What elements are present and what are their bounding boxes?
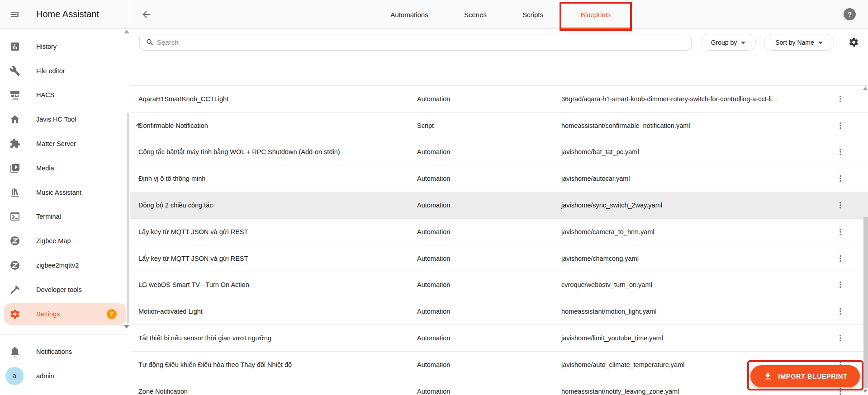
tab-label: Scripts (522, 11, 543, 19)
sidebar-item-admin[interactable]: a admin (0, 364, 130, 388)
row-menu-icon[interactable] (835, 94, 845, 104)
table-row[interactable]: Lấy key từ MQTT JSON và gửi RESTAutomati… (130, 219, 868, 245)
row-type: Automation (417, 228, 450, 235)
table-scrollbar-thumb[interactable] (863, 217, 868, 388)
hammer-icon (9, 284, 20, 295)
group-by-button[interactable]: Group by (701, 34, 756, 51)
table-row[interactable]: Lấy key từ MQTT JSON và gửi RESTAutomati… (130, 245, 868, 272)
import-blueprint-label: IMPORT BLUEPRINT (778, 373, 848, 380)
sidebar-item-matter-server[interactable]: Matter Server (0, 132, 130, 156)
gear-icon (849, 37, 859, 47)
sidebar-item-file-editor[interactable]: File editor (0, 59, 130, 83)
row-menu-icon[interactable] (835, 147, 845, 157)
search-box[interactable] (139, 34, 692, 51)
active-tab-indicator (560, 28, 632, 29)
sidebar-scrollbar-thumb[interactable] (127, 113, 129, 324)
home-icon (9, 114, 20, 125)
row-menu-icon[interactable] (835, 254, 845, 263)
sidebar-item-media[interactable]: Media (0, 156, 130, 180)
table-row[interactable]: LG webOS Smart TV - Turn On ActionAutoma… (130, 272, 868, 299)
sidebar-item-label: Terminal (36, 213, 61, 220)
search-input[interactable] (157, 38, 687, 46)
row-menu-icon[interactable] (835, 227, 845, 237)
sidebar-header: Home Assistant (0, 0, 130, 29)
row-menu-icon[interactable] (835, 121, 845, 131)
table-row[interactable]: Định vị ô tô thông minhAutomationjavisho… (130, 165, 868, 192)
tab-label: Blueprints (581, 11, 611, 19)
terminal-icon (9, 211, 20, 222)
sidebar-item-label: History (36, 43, 57, 50)
row-file-name: javishome/camera_to_hrm.yaml (561, 228, 655, 235)
table-row[interactable]: AqaraH1SmartKnob_CCTLightAutomation36gra… (130, 86, 868, 113)
row-file-name: 36grad/aqara-h1-smart-knob-dimmer-rotary… (561, 95, 778, 103)
row-menu-icon[interactable] (835, 306, 845, 316)
avatar: a (5, 367, 24, 385)
sidebar-item-developer-tools[interactable]: Developer tools (0, 277, 130, 302)
gear-icon (9, 309, 20, 320)
sidebar-item-music-assistant[interactable]: Music Assistant (0, 180, 130, 205)
back-arrow-icon[interactable] (141, 9, 152, 20)
sidebar-item-label: Zigbee Map (36, 237, 71, 245)
sidebar-item-hacs[interactable]: HACSHACS (0, 83, 130, 108)
row-menu-icon[interactable] (835, 280, 845, 290)
row-menu-icon[interactable] (835, 333, 845, 343)
tab-blueprints[interactable]: Blueprints (560, 0, 632, 29)
table-row[interactable]: Tắt thiết bị nếu sensor thời gian vượt n… (130, 325, 868, 352)
row-file-name: homeassistant/motion_light.yaml (561, 308, 656, 315)
row-file-name: javishome/chamcong.yaml (561, 255, 639, 262)
row-menu-icon[interactable] (835, 174, 845, 183)
sort-by-button[interactable]: Sort by Name (764, 34, 834, 51)
table-settings-button[interactable] (844, 32, 863, 52)
svg-text:HACS: HACS (12, 98, 19, 100)
table-row[interactable]: Confirmable NotificationScripthomeassist… (130, 113, 868, 139)
sidebar-item-zigbee2mqttv2[interactable]: zigbee2mqttv2 (0, 253, 130, 277)
sidebar-scroll-down-icon[interactable] (124, 325, 129, 329)
sidebar-item-zigbee-map[interactable]: Zigbee Map (0, 229, 130, 253)
table-header: Name Type File name (130, 55, 868, 86)
chevron-down-icon (741, 42, 745, 44)
sort-ascending-icon[interactable] (135, 122, 143, 130)
row-file-name: javishome/limit_youtube_time.yaml (561, 334, 663, 342)
sidebar-item-label: Media (36, 165, 54, 172)
row-name: Đồng bộ 2 chiều công tắc (138, 202, 213, 209)
import-blueprint-button[interactable]: IMPORT BLUEPRINT (750, 365, 860, 387)
row-type: Automation (417, 388, 450, 395)
row-menu-icon[interactable] (835, 386, 845, 395)
row-file-name: javishome/bat_tat_pc.yaml (561, 148, 639, 155)
help-icon[interactable]: ? (844, 8, 856, 20)
row-file-name: homeassistant/notify_leaving_zone.yaml (561, 388, 679, 395)
sidebar-item-settings[interactable]: Settings7 (0, 302, 130, 326)
sidebar-item-history[interactable]: History (0, 34, 130, 59)
row-type: Automation (417, 334, 450, 342)
tab-label: Automations (390, 11, 428, 19)
hacs-store-icon: HACS (9, 89, 20, 100)
sidebar-toggle-icon[interactable] (9, 9, 20, 20)
table-row[interactable]: Đồng bộ 2 chiều công tắcAutomationjavish… (130, 192, 868, 219)
row-type: Automation (417, 281, 450, 288)
table-row[interactable]: Công tắc bật/tắt máy tính bằng WOL + RPC… (130, 139, 868, 166)
sidebar-item-label: Matter Server (36, 140, 76, 147)
tab-scenes[interactable]: Scenes (464, 0, 487, 29)
row-name: Lấy key từ MQTT JSON và gửi REST (138, 255, 248, 262)
sidebar-item-javis-hc-tool[interactable]: Javis HC Tool (0, 107, 130, 132)
settings-badge: 7 (107, 309, 117, 319)
sidebar-item-terminal[interactable]: Terminal (0, 205, 130, 229)
tab-label: Scenes (464, 11, 487, 19)
history-chart-icon (9, 41, 20, 52)
row-type: Automation (417, 148, 450, 155)
row-menu-icon[interactable] (835, 200, 845, 210)
table-scroll-up-icon[interactable] (863, 87, 868, 90)
download-icon (763, 371, 773, 381)
table-row[interactable]: Motion-activated LightAutomationhomeassi… (130, 298, 868, 325)
row-name: AqaraH1SmartKnob_CCTLight (138, 95, 228, 103)
row-file-name: cvroque/webostv_turn_on.yaml (561, 281, 652, 288)
wrench-icon (9, 66, 20, 76)
table-scroll-down-icon[interactable] (863, 390, 868, 393)
sidebar-item-notifications[interactable]: Notifications (0, 339, 130, 364)
user-name-label: admin (36, 372, 54, 380)
sidebar-scroll-up-icon[interactable] (124, 30, 129, 33)
tab-automations[interactable]: Automations (390, 0, 428, 29)
sidebar-item-label: Developer tools (36, 286, 82, 293)
tab-scripts[interactable]: Scripts (522, 0, 543, 29)
sidebar-item-label: zigbee2mqttv2 (36, 262, 79, 269)
